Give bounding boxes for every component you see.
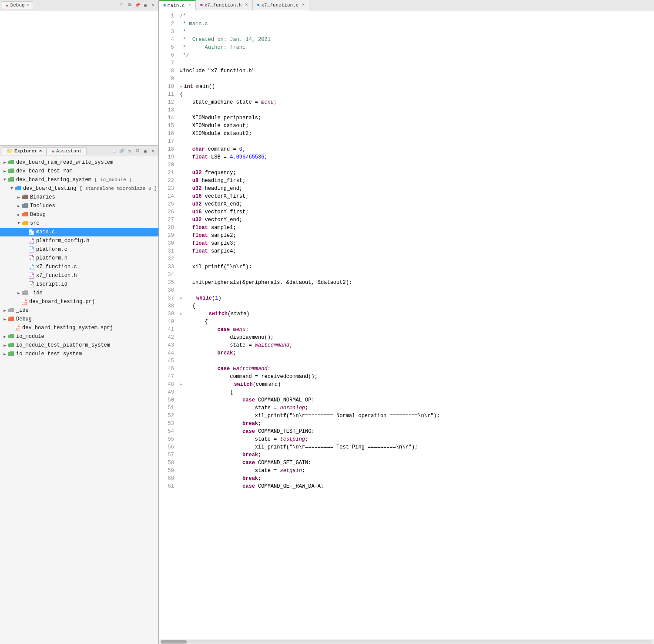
horizontal-scrollbar[interactable] bbox=[159, 639, 654, 644]
tree-item-io_module_test_platform_system[interactable]: ▶ io_module_test_platform_system bbox=[0, 341, 158, 350]
tree-item-x7_function_h[interactable]: H x7_function.h bbox=[0, 271, 158, 280]
tree-arrow[interactable]: ▶ bbox=[2, 308, 8, 313]
code-line-34 bbox=[180, 271, 651, 279]
tree-item-x7_function_c[interactable]: C x7_function.c bbox=[0, 263, 158, 271]
tab-label: x7_function.c bbox=[262, 3, 299, 8]
tree-arrow[interactable]: ▼ bbox=[9, 186, 15, 191]
tree-item-platform_c[interactable]: C platform.c bbox=[0, 245, 158, 254]
tree-arrow[interactable]: ▼ bbox=[16, 221, 22, 226]
code-line-48: ▸ switch(command) bbox=[180, 381, 651, 388]
collapse-all-icon[interactable]: ⊟ bbox=[111, 148, 117, 155]
tree-label: Binaries bbox=[30, 194, 55, 200]
code-line-23: u32 heading_end; bbox=[180, 185, 651, 192]
line-number: 24 bbox=[162, 192, 174, 200]
tree-item-io_module[interactable]: ▶ io_module bbox=[0, 332, 158, 341]
tree-arrow[interactable]: ▶ bbox=[16, 212, 22, 217]
explorer-close-icon[interactable]: ✕ bbox=[150, 148, 157, 155]
line-number: 6 bbox=[162, 51, 174, 59]
link-icon[interactable]: 🔗 bbox=[118, 148, 125, 155]
tree-item-Debug2[interactable]: ▶ Debug bbox=[0, 315, 158, 324]
line-number: 41 bbox=[162, 326, 174, 334]
tree-arrow[interactable]: ▶ bbox=[2, 169, 8, 174]
pin-icon[interactable]: 📌 bbox=[134, 2, 141, 9]
code-line-56: xil_printf("\n\r========= Test Ping ====… bbox=[180, 443, 651, 451]
line-number: 21 bbox=[162, 169, 174, 177]
tree-label: main.c bbox=[36, 229, 55, 235]
maximize-icon[interactable]: ▣ bbox=[142, 2, 149, 9]
code-area[interactable]: /* * main.c * * Created on: Jan. 14, 202… bbox=[176, 10, 654, 639]
tab-assistant[interactable]: ✱ Assistant bbox=[47, 147, 87, 155]
code-line-9 bbox=[180, 75, 651, 83]
tree-label: dev_board_testing [ standalone_microblaz… bbox=[23, 185, 157, 192]
fold-arrow[interactable]: ▸ bbox=[180, 295, 183, 301]
code-line-1: /* bbox=[180, 12, 651, 20]
tree-arrow[interactable]: ▶ bbox=[2, 334, 8, 339]
tree-arrow[interactable]: ▶ bbox=[16, 291, 22, 296]
tree-arrow[interactable]: ▶ bbox=[2, 160, 8, 165]
editor-tab-x7_function_c[interactable]: ■ x7_function.c × bbox=[253, 0, 310, 10]
debug-panel-icons: □ ⧉ 📌 ▣ ✕ bbox=[118, 2, 157, 9]
debug-tab-close[interactable]: × bbox=[27, 3, 29, 8]
explorer-minimize-icon[interactable]: □ bbox=[134, 148, 141, 155]
code-line-44: break; bbox=[180, 349, 651, 357]
tree-item-main_c[interactable]: C main.c bbox=[0, 228, 158, 236]
tree-arrow[interactable]: ▶ bbox=[2, 352, 8, 357]
code-line-36 bbox=[180, 287, 651, 294]
fold-arrow[interactable]: ▸ bbox=[180, 311, 183, 317]
folder-icon bbox=[22, 203, 29, 209]
tree-item-dev_board_testing_prj[interactable]: PRJ dev_board_testing.prj bbox=[0, 297, 158, 306]
tree-item-src[interactable]: ▼ src bbox=[0, 219, 158, 228]
line-number: 32 bbox=[162, 255, 174, 263]
tree-item-io_module_test_system[interactable]: ▶ io_module_test_system bbox=[0, 350, 158, 358]
tree-item-lscript_ld[interactable]: LD lscript.ld bbox=[0, 280, 158, 289]
editor-tab-bar: ■ main.c × ■ x7_function.h × ■ x7_functi… bbox=[159, 0, 654, 10]
tree-item-Debug[interactable]: ▶ Debug bbox=[0, 210, 158, 219]
tree-item-platform_h[interactable]: H platform.h bbox=[0, 254, 158, 263]
line-number: 18 bbox=[162, 145, 174, 153]
tree-arrow[interactable]: ▶ bbox=[16, 204, 22, 209]
code-line-10: ▸int main() bbox=[180, 83, 651, 91]
sync-icon[interactable]: ↻ bbox=[126, 148, 133, 155]
tree-item-dev_board_test_ram[interactable]: ▶ dev_board_test_ram bbox=[0, 167, 158, 175]
tree-arrow[interactable]: ▶ bbox=[2, 317, 8, 322]
tree-item-dev_board_ram_read_write_system[interactable]: ▶ dev_board_ram_read_write_system bbox=[0, 158, 158, 167]
tree-item-Binaries[interactable]: ▶ Binaries bbox=[0, 193, 158, 202]
left-panel: ✱ Debug × □ ⧉ 📌 ▣ ✕ 📁 Explorer × bbox=[0, 0, 159, 644]
editor-tab-main_c[interactable]: ■ main.c × bbox=[159, 0, 196, 10]
tree-arrow[interactable]: ▶ bbox=[2, 343, 8, 348]
tab-label: x7_function.h bbox=[205, 3, 242, 8]
layout-icon[interactable]: ⧉ bbox=[126, 2, 133, 9]
tree-arrow[interactable]: ▶ bbox=[16, 195, 22, 200]
tree-label: Debug bbox=[30, 212, 46, 218]
tree-label: dev_board_testing_system.sprj bbox=[22, 325, 113, 331]
folder-icon bbox=[8, 334, 15, 340]
tree-item-_ide[interactable]: ▶ _ide bbox=[0, 289, 158, 297]
minimize-icon[interactable]: □ bbox=[118, 2, 125, 9]
line-number: 8 bbox=[162, 67, 174, 75]
scrollbar-track[interactable] bbox=[161, 640, 652, 644]
code-line-49: { bbox=[180, 388, 651, 396]
scrollbar-thumb[interactable] bbox=[161, 640, 187, 644]
tree-arrow[interactable]: ▼ bbox=[2, 178, 8, 182]
tree-item-platform_config_h[interactable]: H platform_config.h bbox=[0, 236, 158, 245]
tree-item-_ide2[interactable]: ▶ _ide bbox=[0, 306, 158, 315]
close-panel-icon[interactable]: ✕ bbox=[150, 2, 157, 9]
fold-arrow[interactable]: ▸ bbox=[180, 84, 183, 90]
editor-tab-x7_function_h[interactable]: ■ x7_function.h × bbox=[196, 0, 253, 10]
tree-item-dev_board_testing[interactable]: ▼ dev_board_testing [ standalone_microbl… bbox=[0, 184, 158, 193]
tab-close-icon[interactable]: × bbox=[188, 3, 191, 8]
tree-item-dev_board_testing_system_sprj[interactable]: SPRJ dev_board_testing_system.sprj bbox=[0, 324, 158, 332]
tree-item-Includes[interactable]: ▶ Includes bbox=[0, 202, 158, 210]
tab-close-icon[interactable]: × bbox=[245, 3, 248, 7]
line-number: 56 bbox=[162, 443, 174, 451]
explorer-maximize-icon[interactable]: ▣ bbox=[142, 148, 149, 155]
line-number: 16 bbox=[162, 130, 174, 138]
tab-close-icon[interactable]: × bbox=[302, 3, 305, 7]
tab-explorer[interactable]: 📁 Explorer × bbox=[2, 147, 47, 155]
code-line-8: #include "x7_function.h" bbox=[180, 67, 651, 75]
line-number: 31 bbox=[162, 247, 174, 255]
tree-item-dev_board_testing_system[interactable]: ▼ dev_board_testing_system [ io_module ] bbox=[0, 175, 158, 184]
explorer-tab-close[interactable]: × bbox=[39, 148, 42, 154]
debug-tab[interactable]: ✱ Debug × bbox=[2, 1, 33, 9]
fold-arrow[interactable]: ▸ bbox=[180, 381, 183, 388]
